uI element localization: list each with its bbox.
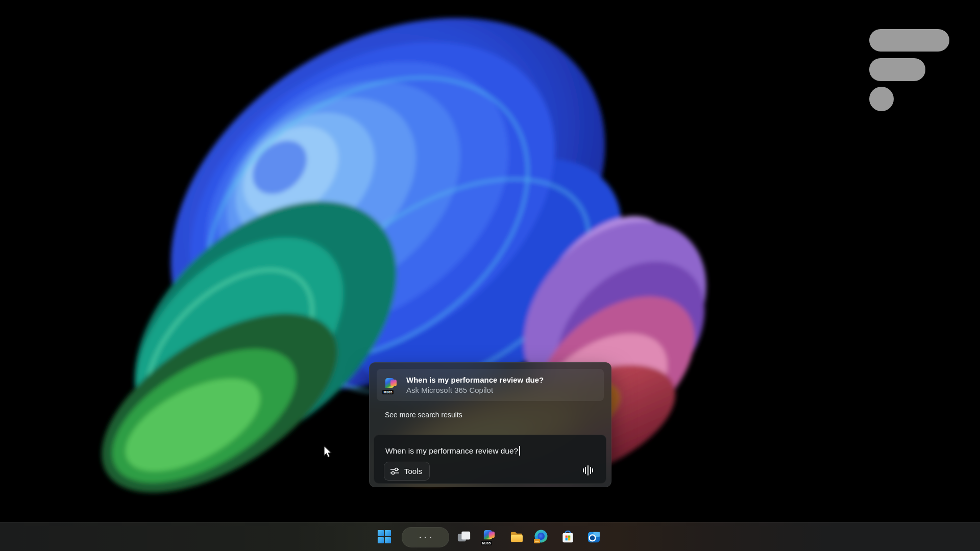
m365-copilot-icon: M365 [482,529,497,545]
file-explorer-button[interactable] [506,527,527,547]
filters-icon [390,467,400,475]
see-more-search-results-link[interactable]: See more search results [385,411,462,419]
dictation-icon[interactable] [581,464,595,477]
m365-copilot-app-button[interactable]: M365 [479,527,500,547]
m365-copilot-icon: M365 [383,377,400,394]
m365-badge: M365 [382,390,394,394]
watermark-bar-large [869,29,949,52]
windows-start-icon [377,530,391,544]
m365-badge: M365 [481,541,492,545]
search-query: When is my performance review due? [385,446,520,456]
search-query-text: When is my performance review due? [385,446,518,455]
search-pill-dots: ••• [416,535,435,540]
start-button[interactable] [374,527,395,547]
search-input[interactable]: When is my performance review due? Tools [374,435,606,484]
outlook-button[interactable] [583,527,604,547]
suggestion-title: When is my performance review due? [406,375,544,384]
outlook-icon [586,530,601,544]
search-box-pill[interactable]: ••• [402,527,449,547]
file-explorer-icon [509,530,524,544]
edge-button[interactable] [531,527,551,547]
task-view-icon [457,530,471,544]
copilot-suggestion-row[interactable]: M365 When is my performance review due? … [377,369,604,401]
watermark-dot [869,87,894,111]
watermark-bar-medium [869,58,925,81]
tools-label: Tools [404,467,422,475]
search-flyout: M365 When is my performance review due? … [369,362,611,487]
edge-icon [533,529,549,544]
task-view-button[interactable] [454,527,474,547]
mouse-cursor [323,445,334,461]
text-caret [519,446,520,456]
microsoft-store-button[interactable] [557,527,578,547]
suggestion-text: When is my performance review due? Ask M… [406,375,544,394]
microsoft-store-icon [560,530,575,544]
tools-button[interactable]: Tools [384,462,430,481]
suggestion-subtitle: Ask Microsoft 365 Copilot [406,386,544,394]
taskbar: ••• M365 [0,522,980,551]
